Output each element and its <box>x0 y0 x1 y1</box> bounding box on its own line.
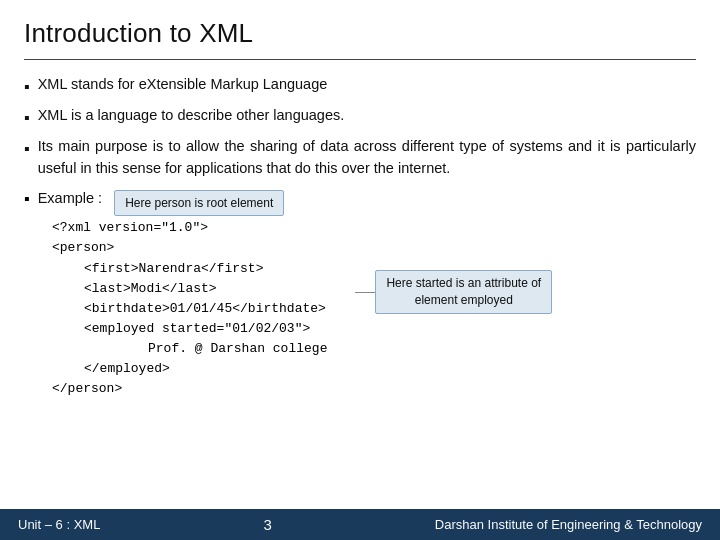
code-line-1: <?xml version="1.0"> <box>52 218 327 238</box>
code-line-2: <person> <box>52 238 327 258</box>
callout2-line <box>355 292 375 293</box>
title-divider <box>24 59 696 60</box>
callout-2-line1: Here started is an attribute of <box>386 276 541 290</box>
list-item-2: ▪ XML is a language to describe other la… <box>24 105 696 130</box>
code-line-8: </employed> <box>52 359 327 379</box>
bullet-list: ▪ XML stands for eXtensible Markup Langu… <box>24 74 696 180</box>
main-content: Introduction to XML ▪ XML stands for eXt… <box>0 0 720 509</box>
bullet-text-1: XML stands for eXtensible Markup Languag… <box>38 74 696 96</box>
list-item-3: ▪ Its main purpose is to allow the shari… <box>24 136 696 180</box>
callout-1: Here person is root element <box>114 190 284 217</box>
example-label: Example : <box>38 190 102 206</box>
bullet-1: ▪ <box>24 75 30 99</box>
callout-2: Here started is an attribute of element … <box>375 270 552 314</box>
bullet-example: ▪ <box>24 190 30 208</box>
code-line-9: </person> <box>52 379 327 399</box>
footer-right: Darshan Institute of Engineering & Techn… <box>435 517 702 532</box>
code-line-4: <last>Modi</last> <box>52 279 327 299</box>
callout-2-line2: element employed <box>415 293 513 307</box>
code-callout-wrapper: <?xml version="1.0"> <person> <first>Nar… <box>52 218 696 399</box>
bullet-text-2: XML is a language to describe other lang… <box>38 105 696 127</box>
footer-bar: Unit – 6 : XML 3 Darshan Institute of En… <box>0 509 720 540</box>
page-title: Introduction to XML <box>24 18 696 49</box>
footer-left: Unit – 6 : XML <box>18 517 100 532</box>
code-line-7: Prof. @ Darshan college <box>52 339 327 359</box>
callout2-col: Here started is an attribute of element … <box>327 218 552 399</box>
callout2-connector: Here started is an attribute of element … <box>355 270 552 314</box>
bullet-text-3: Its main purpose is to allow the sharing… <box>38 136 696 180</box>
code-line-6: <employed started="01/02/03"> <box>52 319 327 339</box>
code-line-3: <first>Narendra</first> <box>52 259 327 279</box>
bullet-2: ▪ <box>24 106 30 130</box>
footer-center: 3 <box>263 516 271 533</box>
code-block: <?xml version="1.0"> <person> <first>Nar… <box>52 218 327 399</box>
callout1-wrapper: Here person is root element <box>114 190 284 217</box>
list-item-1: ▪ XML stands for eXtensible Markup Langu… <box>24 74 696 99</box>
code-line-5: <birthdate>01/01/45</birthdate> <box>52 299 327 319</box>
example-row: ▪ Example : Here person is root element <box>24 190 696 217</box>
bullet-3: ▪ <box>24 137 30 161</box>
